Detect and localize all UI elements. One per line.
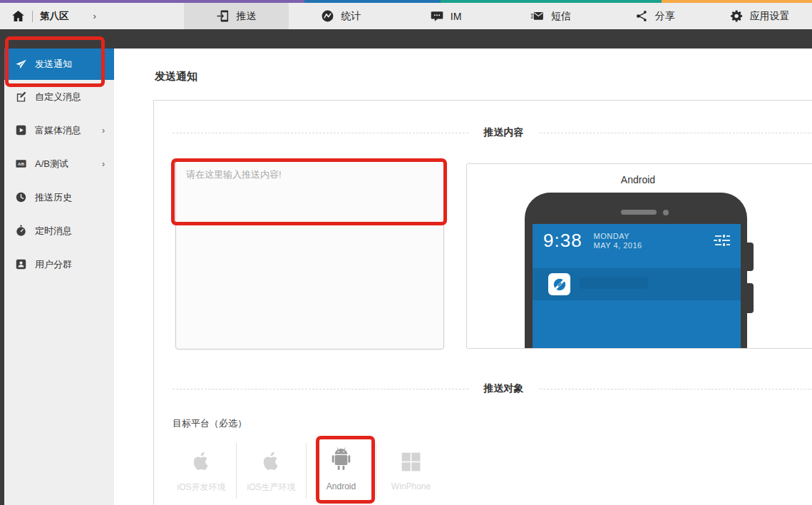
sidebar-item-rich-media[interactable]: 富媒体消息 ›: [4, 113, 114, 147]
tab-label: 统计: [341, 10, 361, 23]
chevron-right-icon: ›: [102, 159, 105, 169]
sidebar-item-send-notification[interactable]: 发送通知: [4, 49, 114, 80]
platform-selector: iOS开发环境 iOS生产环境 Android: [167, 436, 446, 499]
tab-label: 推送: [236, 10, 256, 23]
sidebar-item-label: 自定义消息: [35, 91, 81, 103]
edit-icon: [14, 91, 27, 103]
media-icon: [14, 124, 27, 136]
dashed-line: [173, 389, 468, 389]
sidebar-item-user-segment[interactable]: 用户分群: [4, 248, 114, 281]
tab-label: IM: [451, 11, 462, 22]
phone-date-full: MAY 4, 2016: [594, 241, 642, 250]
android-phone-mockup: 9:38 MONDAY MAY 4, 2016: [525, 193, 747, 349]
notification-text-placeholder: [580, 277, 648, 289]
chevron-right-icon: ›: [102, 126, 105, 136]
push-target-divider: 推送对象: [173, 382, 812, 395]
sidebar-item-label: 发送通知: [35, 58, 72, 71]
tab-label: 分享: [655, 10, 675, 23]
sidebar-item-label: 推送历史: [35, 191, 72, 204]
push-content-divider: 推送内容: [173, 126, 812, 139]
android-preview-card: Android 9:38 MONDAY MAY 4, 2016: [466, 163, 812, 349]
quick-settings-sliders-icon: [712, 234, 731, 251]
push-content-input[interactable]: [175, 159, 444, 350]
tab-label: 短信: [551, 10, 571, 23]
sms-icon: [530, 9, 545, 23]
sub-header-bar: [0, 29, 812, 49]
tab-app-settings[interactable]: 应用设置: [707, 3, 812, 29]
sidebar-item-ab-test[interactable]: A/B A/B测试 ›: [4, 147, 114, 180]
dashed-line: [173, 133, 468, 133]
user-group-icon: [14, 258, 27, 270]
tab-label: 应用设置: [750, 10, 790, 23]
home-icon[interactable]: [11, 9, 25, 23]
phone-date-day: MONDAY: [594, 232, 629, 240]
tab-im[interactable]: IM: [394, 3, 498, 29]
push-phone-icon: [216, 9, 230, 23]
main-content: 发送通知 推送内容 Android 9:38: [114, 49, 812, 505]
phone-speaker: [621, 210, 657, 215]
sidebar-item-scheduled-message[interactable]: 定时消息: [4, 214, 114, 248]
phone-date: MONDAY MAY 4, 2016: [594, 232, 642, 250]
platform-label: iOS生产环境: [247, 481, 295, 494]
dashed-line: [540, 389, 812, 389]
phone-screen: 9:38 MONDAY MAY 4, 2016: [533, 224, 741, 349]
platform-label: Android: [327, 481, 356, 491]
im-chat-icon: [430, 9, 444, 23]
sidebar: 发送通知 自定义消息 富媒体消息 › A/B A/B测试 › 推送: [0, 49, 114, 505]
ab-test-icon: A/B: [14, 158, 27, 170]
platform-ios-prod[interactable]: iOS生产环境: [237, 436, 306, 499]
sidebar-item-custom-message[interactable]: 自定义消息: [4, 80, 114, 113]
push-target-divider-label: 推送对象: [468, 382, 540, 395]
tab-stats[interactable]: 统计: [289, 3, 394, 29]
current-app-name[interactable]: 第八区: [40, 10, 69, 23]
push-content-composer: [175, 159, 444, 350]
apple-icon: [261, 443, 282, 473]
share-icon: [635, 9, 649, 23]
tab-push[interactable]: 推送: [184, 3, 289, 29]
timer-icon: [14, 225, 27, 237]
phone-clock: 9:38: [543, 230, 582, 250]
app-logo-icon: [548, 273, 570, 295]
phone-volume-button: [746, 283, 754, 313]
app-switcher[interactable]: 第八区 ›: [0, 3, 184, 29]
platform-ios-dev[interactable]: iOS开发环境: [167, 436, 236, 499]
sidebar-item-label: 用户分群: [35, 258, 72, 271]
push-content-divider-label: 推送内容: [468, 126, 540, 139]
history-clock-icon: [14, 191, 27, 203]
sidebar-item-push-history[interactable]: 推送历史: [4, 180, 114, 214]
platform-label: iOS开发环境: [177, 481, 225, 494]
top-navbar: 第八区 › 推送 统计 IM 短信: [0, 3, 812, 29]
preview-platform-label: Android: [467, 174, 809, 185]
windows-icon: [400, 443, 422, 473]
apple-icon: [191, 443, 212, 473]
phone-volume-button: [746, 243, 754, 271]
page-title: 发送通知: [155, 70, 197, 83]
phone-camera-dot: [663, 210, 669, 215]
send-icon: [14, 58, 27, 71]
phone-status-bar: 9:38 MONDAY MAY 4, 2016: [533, 224, 741, 250]
platform-label: WinPhone: [391, 481, 431, 491]
sidebar-item-label: 定时消息: [35, 225, 72, 238]
dashed-line: [540, 133, 812, 133]
send-notification-panel: 推送内容 Android 9:38 MOND: [153, 100, 812, 505]
gear-icon: [730, 9, 744, 23]
tab-share[interactable]: 分享: [602, 3, 707, 29]
nav-tabs: 推送 统计 IM 短信 分享: [184, 3, 812, 29]
app-switcher-chevron-icon[interactable]: ›: [93, 11, 96, 21]
sidebar-item-label: A/B测试: [35, 158, 68, 170]
stats-icon: [321, 9, 334, 23]
android-icon: [329, 443, 353, 473]
svg-text:A/B: A/B: [17, 162, 24, 166]
notification-preview-row: [533, 268, 741, 300]
sidebar-item-label: 富媒体消息: [35, 124, 81, 137]
target-platform-label: 目标平台（必选）: [173, 417, 247, 430]
nav-divider: [32, 11, 33, 22]
platform-winphone[interactable]: WinPhone: [376, 436, 446, 499]
platform-android[interactable]: Android: [307, 436, 376, 499]
tab-sms[interactable]: 短信: [498, 3, 602, 29]
